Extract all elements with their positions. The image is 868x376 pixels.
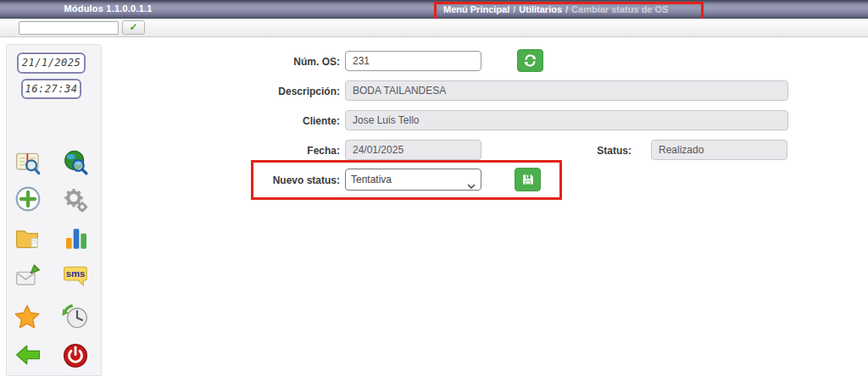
app-window: Módulos 1.1.0.0.1.1 Menú Principal/Utili… bbox=[0, 0, 868, 376]
nuevo-status-select-wrap: Tentativa bbox=[345, 169, 481, 191]
settings-gears-icon[interactable] bbox=[62, 187, 89, 214]
breadcrumb-menu-principal[interactable]: Menú Principal bbox=[443, 4, 509, 14]
power-icon[interactable] bbox=[62, 342, 89, 369]
cliente-label: Cliente: bbox=[213, 115, 340, 127]
sms-label: sms bbox=[66, 268, 86, 279]
breadcrumb-utilitarios[interactable]: Utilitarios bbox=[519, 4, 562, 14]
fecha-label: Fecha: bbox=[213, 145, 340, 157]
quick-search-input[interactable] bbox=[19, 21, 119, 35]
confirm-button[interactable]: ✓ bbox=[122, 20, 145, 35]
check-icon: ✓ bbox=[129, 21, 137, 33]
bar-chart-icon[interactable] bbox=[63, 224, 90, 252]
cliente-input bbox=[345, 110, 788, 130]
descripcion-label: Descripción: bbox=[213, 86, 340, 97]
descripcion-input bbox=[345, 80, 788, 101]
toolbar: ✓ bbox=[0, 19, 868, 37]
breadcrumb-separator: / bbox=[509, 4, 519, 14]
history-clock-icon[interactable] bbox=[62, 303, 89, 330]
star-icon[interactable] bbox=[14, 303, 41, 330]
status-label: Status: bbox=[504, 145, 632, 157]
fecha-input bbox=[345, 140, 481, 160]
num-os-label: Núm. OS: bbox=[213, 56, 340, 68]
save-floppy-icon bbox=[521, 173, 535, 186]
refresh-icon bbox=[523, 53, 537, 68]
save-button[interactable] bbox=[515, 168, 541, 191]
breadcrumb-current-page: Cambiar status de OS bbox=[571, 4, 668, 14]
back-arrow-icon[interactable] bbox=[14, 341, 42, 368]
nuevo-status-select[interactable]: Tentativa bbox=[345, 169, 481, 191]
breadcrumb: Menú Principal/Utilitarios/Cambiar statu… bbox=[443, 4, 668, 14]
send-email-icon[interactable] bbox=[14, 263, 42, 290]
nuevo-status-label: Nuevo status: bbox=[213, 174, 340, 186]
time-display: 16:27:34 bbox=[21, 79, 81, 99]
date-display: 21/1/2025 bbox=[17, 53, 86, 74]
global-search-icon[interactable] bbox=[62, 149, 89, 176]
add-icon[interactable] bbox=[14, 185, 42, 213]
status-input bbox=[651, 140, 787, 160]
app-title: Módulos 1.1.0.0.1.1 bbox=[0, 3, 216, 14]
search-document-icon[interactable] bbox=[14, 149, 42, 176]
num-os-input[interactable] bbox=[345, 51, 481, 71]
folder-icon[interactable] bbox=[14, 224, 42, 252]
refresh-button[interactable] bbox=[517, 49, 543, 72]
breadcrumb-separator: / bbox=[562, 4, 571, 14]
title-bar: Módulos 1.1.0.0.1.1 Menú Principal/Utili… bbox=[0, 0, 868, 19]
sms-icon[interactable]: sms bbox=[62, 263, 89, 290]
